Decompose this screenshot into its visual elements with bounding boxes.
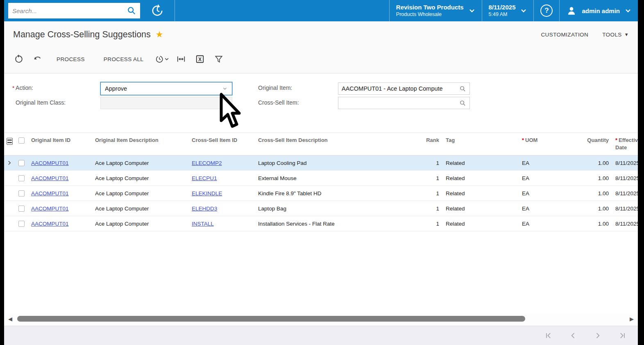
original-item-class-field[interactable] — [100, 97, 232, 109]
user-menu[interactable]: admin admin — [560, 0, 638, 21]
row-checkbox[interactable] — [18, 221, 25, 227]
quantity-cell: 1.00 — [578, 206, 612, 212]
cross-sell-item-id-cell: ELECPU1 — [188, 175, 255, 181]
search-input[interactable] — [12, 7, 127, 14]
row-checkbox-cell[interactable] — [15, 206, 28, 212]
original-item-link[interactable]: AACOMPUT01 — [31, 206, 69, 212]
help-button[interactable]: ? — [534, 0, 559, 21]
cross-sell-item-link[interactable]: ELECOMP2 — [192, 160, 222, 166]
refresh-button[interactable] — [11, 52, 27, 66]
suggestions-grid: Original Item ID Original Item Descripti… — [4, 133, 638, 231]
header-tag[interactable]: Tag — [442, 133, 519, 146]
cross-sell-item-link[interactable]: ELECPU1 — [192, 175, 217, 181]
rank-cell: 1 — [423, 190, 442, 196]
next-page-button[interactable] — [594, 331, 602, 340]
search-icon[interactable] — [127, 6, 136, 15]
row-checkbox[interactable] — [18, 160, 25, 166]
table-row[interactable]: AACOMPUT01 Ace Laptop Computer ELEKINDLE… — [4, 186, 638, 201]
row-checkbox[interactable] — [18, 206, 25, 212]
previous-page-button[interactable] — [569, 331, 577, 340]
row-checkbox-cell[interactable] — [15, 160, 28, 166]
original-item-label: Original Item: — [258, 82, 292, 94]
original-item-link[interactable]: AACOMPUT01 — [31, 221, 69, 227]
active-row-indicator — [4, 160, 15, 165]
quantity-cell: 1.00 — [578, 190, 612, 196]
original-item-link[interactable]: AACOMPUT01 — [31, 160, 69, 166]
scroll-right-arrow-icon[interactable]: ▶ — [630, 316, 634, 322]
original-item-link[interactable]: AACOMPUT01 — [31, 190, 69, 196]
quantity-cell: 1.00 — [578, 221, 612, 227]
cross-sell-item-field[interactable] — [338, 97, 470, 109]
original-item-field[interactable] — [338, 82, 470, 95]
caret-down-icon: ▼ — [624, 32, 629, 37]
select-all-cell[interactable] — [15, 133, 28, 146]
grid-settings-cell[interactable] — [4, 133, 15, 147]
filter-settings-button[interactable] — [211, 52, 227, 66]
last-page-icon — [618, 331, 626, 340]
company-branch: Products Wholesale — [396, 11, 464, 18]
lookup-magnifier-icon[interactable] — [459, 100, 466, 107]
topbar-divider — [175, 0, 175, 21]
date-time-selector[interactable]: 8/11/2025 5:49 AM — [482, 0, 534, 21]
fit-to-screen-button[interactable] — [173, 52, 189, 66]
row-pointer-icon — [7, 160, 12, 165]
required-asterisk: * — [615, 137, 617, 143]
original-item-class-input[interactable] — [104, 100, 229, 106]
tag-cell: Related — [442, 221, 519, 227]
header-cross-sell-item-description[interactable]: Cross-Sell Item Description — [255, 133, 423, 146]
process-all-button[interactable]: PROCESS ALL — [95, 52, 152, 66]
uom-cell: EA — [519, 190, 578, 196]
last-page-button[interactable] — [618, 331, 626, 340]
export-to-excel-button[interactable]: X — [192, 52, 208, 66]
schedule-button[interactable] — [154, 52, 170, 66]
tools-button[interactable]: TOOLS ▼ — [602, 32, 629, 38]
top-bar: Revision Two Products Products Wholesale… — [4, 0, 638, 21]
company-selector[interactable]: Revision Two Products Products Wholesale — [390, 0, 482, 21]
cancel-button[interactable] — [29, 52, 46, 66]
scrollbar-thumb[interactable] — [17, 316, 525, 322]
rank-cell: 1 — [423, 206, 442, 212]
grid-settings-icon[interactable] — [7, 138, 13, 145]
header-quantity[interactable]: Quantity — [578, 133, 612, 146]
table-row[interactable]: AACOMPUT01 Ace Laptop Computer ELEHDD3 L… — [4, 201, 638, 216]
header-rank[interactable]: Rank — [423, 133, 442, 146]
header-cross-sell-item-id[interactable]: Cross-Sell Item ID — [188, 133, 255, 146]
cross-sell-item-link[interactable]: INSTALL — [192, 221, 214, 227]
row-checkbox-cell[interactable] — [15, 190, 28, 196]
required-asterisk: * — [12, 85, 14, 91]
cross-sell-item-link[interactable]: ELEHDD3 — [192, 206, 217, 212]
global-search[interactable] — [8, 3, 140, 18]
table-row[interactable]: AACOMPUT01 Ace Laptop Computer INSTALL I… — [4, 216, 638, 231]
favorite-star-icon[interactable]: ★ — [156, 30, 163, 39]
cross-sell-item-input[interactable] — [342, 100, 459, 106]
action-select[interactable]: Approve — [100, 82, 232, 95]
chevron-down-icon — [520, 7, 527, 14]
header-uom[interactable]: *UOM — [519, 133, 578, 146]
table-row[interactable]: AACOMPUT01 Ace Laptop Computer ELECOMP2 … — [4, 155, 638, 171]
header-original-item-id[interactable]: Original Item ID — [28, 133, 92, 146]
row-checkbox-cell[interactable] — [15, 221, 28, 227]
customization-button[interactable]: CUSTOMIZATION — [541, 32, 588, 38]
original-item-link[interactable]: AACOMPUT01 — [31, 175, 69, 181]
action-value: Approve — [105, 85, 127, 92]
cross-sell-item-link[interactable]: ELEKINDLE — [192, 190, 222, 196]
original-item-input[interactable] — [342, 85, 459, 92]
table-row[interactable]: AACOMPUT01 Ace Laptop Computer ELECPU1 E… — [4, 171, 638, 186]
row-checkbox-cell[interactable] — [15, 175, 28, 181]
select-all-checkbox[interactable] — [18, 137, 25, 144]
lookup-magnifier-icon[interactable] — [459, 85, 466, 92]
row-checkbox[interactable] — [18, 190, 25, 196]
header-effective-date[interactable]: *Effective Date — [612, 133, 638, 153]
cross-sell-item-description-cell: Installation Services - Flat Rate — [255, 221, 423, 227]
process-button[interactable]: PROCESS — [48, 52, 93, 66]
filter-form: *Action: Approve Original Item Class: Or… — [4, 73, 638, 133]
first-page-button[interactable] — [544, 331, 553, 340]
business-date-button[interactable] — [140, 0, 175, 21]
header-original-item-description[interactable]: Original Item Description — [92, 133, 188, 146]
row-checkbox[interactable] — [18, 175, 25, 181]
horizontal-scrollbar[interactable]: ◀ ▶ — [4, 314, 638, 325]
effective-date-cell: 8/11/2025 — [612, 175, 638, 181]
page-title: Manage Cross-Selling Suggestions — [13, 30, 151, 40]
scroll-left-arrow-icon[interactable]: ◀ — [8, 316, 12, 322]
undo-icon — [33, 55, 42, 64]
